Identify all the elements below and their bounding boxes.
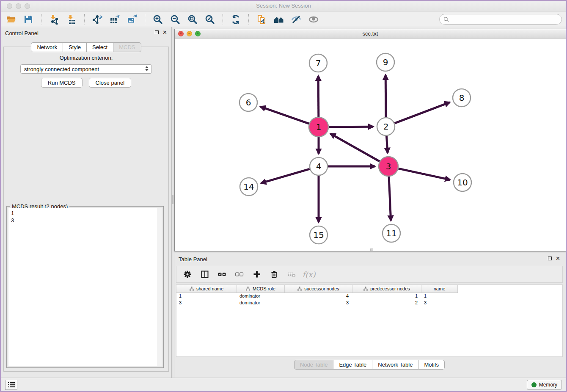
refresh-button[interactable] (230, 14, 242, 25)
memory-button[interactable]: Memory (527, 380, 562, 390)
delete-row-button[interactable] (269, 269, 279, 279)
select-all-button[interactable] (217, 269, 227, 279)
graph-edge-3-10[interactable] (398, 168, 450, 180)
splitter-grip[interactable] (172, 195, 173, 204)
show-column-button[interactable] (200, 269, 210, 279)
export-network-icon (92, 14, 102, 25)
table-cell[interactable]: dominator (237, 300, 285, 306)
main-toolbar (1, 12, 566, 27)
panel-splitter[interactable] (171, 27, 174, 378)
run-mcds-button[interactable]: Run MCDS (41, 78, 83, 88)
fx-icon: f(x) (303, 270, 316, 279)
unselect-all-button[interactable] (234, 269, 245, 279)
network-view-window: × − + scc.txt 7968124314101511 (174, 29, 566, 251)
import-network-icon (49, 14, 59, 25)
table-cell[interactable]: 1 (176, 293, 237, 300)
toolbar-separator (223, 14, 223, 25)
graph-node-label-11: 11 (386, 228, 396, 238)
tab-style[interactable]: Style (63, 42, 87, 52)
graph-edge-1-2[interactable] (329, 127, 373, 127)
mcds-result-text: 1 3 (8, 208, 162, 225)
table-cell[interactable]: 3 (285, 300, 352, 306)
network-window-titlebar[interactable]: × − + scc.txt (175, 29, 566, 39)
memory-status-icon (531, 382, 537, 387)
export-image-button[interactable] (126, 14, 138, 25)
table-cell[interactable]: dominator (237, 293, 285, 300)
optimization-criterion-label: Optimization criterion: (4, 55, 168, 61)
graph-edge-4-14[interactable] (261, 169, 310, 183)
graph-svg: 7968124314101511 (175, 39, 566, 251)
column-header-mcds-role[interactable]: MCDS role (237, 285, 285, 293)
save-floppy-icon (23, 14, 33, 25)
mcds-result-area[interactable]: 1 3 (8, 208, 162, 366)
column-header-predecessor-nodes[interactable]: predecessor nodes (352, 285, 421, 293)
zoom-in-button[interactable] (152, 14, 164, 25)
clone-network-button[interactable] (256, 14, 267, 25)
hierarchy-icon (190, 287, 194, 291)
table-cell[interactable]: 3 (421, 300, 458, 306)
network-canvas[interactable]: 7968124314101511 (175, 39, 566, 251)
optimization-criterion-select[interactable]: strongly connected component (20, 64, 152, 74)
control-panel-close-icon[interactable]: ✕ (162, 30, 167, 35)
zoom-fit-button[interactable] (187, 14, 198, 25)
save-session-button[interactable] (22, 14, 34, 25)
graph-edge-1-6[interactable] (260, 107, 309, 124)
table-cell[interactable]: 4 (285, 293, 352, 300)
graph-edge-3-1[interactable] (330, 134, 380, 162)
control-panel-float-icon[interactable] (155, 30, 159, 34)
tab-network[interactable]: Network (31, 42, 63, 52)
table-panel-float-icon[interactable] (548, 257, 552, 260)
hide-selected-button[interactable] (290, 14, 302, 25)
import-table-button[interactable] (66, 14, 77, 25)
status-list-button[interactable] (5, 380, 17, 390)
delete-table-button-disabled (286, 269, 297, 279)
table-cell[interactable]: 1 (421, 293, 458, 300)
search-field[interactable] (439, 14, 562, 25)
table-settings-button[interactable] (182, 269, 193, 279)
control-panel-title: Control Panel (5, 30, 39, 36)
add-row-button[interactable] (252, 269, 262, 279)
table-cell[interactable]: 3 (176, 300, 237, 306)
import-network-button[interactable] (48, 14, 60, 25)
graph-edge-1-7[interactable] (318, 76, 319, 117)
houses-icon (274, 14, 284, 25)
tab-edge-table[interactable]: Edge Table (333, 360, 372, 370)
first-neighbors-button[interactable] (273, 14, 285, 25)
tab-select[interactable]: Select (86, 42, 113, 52)
table-toolbar: f(x) (176, 266, 563, 283)
search-input[interactable] (451, 17, 558, 22)
zoom-selected-button[interactable] (204, 14, 216, 25)
tab-node-table[interactable]: Node Table (294, 360, 334, 370)
graph-edge-3-11[interactable] (389, 177, 391, 221)
graph-edge-2-3[interactable] (386, 136, 388, 153)
table-row-1[interactable]: 3dominator323 (176, 300, 458, 306)
graph-edge-2-9[interactable] (385, 75, 386, 117)
tab-mcds[interactable]: MCDS (113, 42, 141, 52)
import-table-icon (66, 14, 77, 25)
export-table-button[interactable] (109, 14, 121, 25)
graph-edge-2-8[interactable] (395, 102, 450, 124)
open-session-button[interactable] (5, 14, 17, 25)
canvas-resize-handle[interactable] (370, 248, 373, 251)
tab-motifs[interactable]: Motifs (418, 360, 445, 370)
column-header-shared-name[interactable]: shared name (176, 285, 237, 293)
table-panel-title: Table Panel (179, 256, 207, 262)
table-panel-close-icon[interactable]: ✕ (556, 256, 560, 261)
export-network-button[interactable] (91, 14, 103, 25)
table-cell[interactable]: 2 (352, 300, 421, 306)
zoom-out-button[interactable] (169, 14, 181, 25)
memory-label: Memory (539, 382, 557, 388)
delete-table-icon (287, 270, 296, 279)
checked-boxes-icon (218, 270, 226, 279)
close-panel-button[interactable]: Close panel (89, 78, 132, 88)
mcds-result-scrollbar[interactable] (157, 208, 162, 366)
dropdown-stepper-icon (145, 66, 149, 71)
column-header-successor-nodes[interactable]: successor nodes (285, 285, 352, 293)
table-cell[interactable]: 1 (352, 293, 421, 300)
hierarchy-icon (363, 287, 368, 291)
table-row-0[interactable]: 1dominator411 (176, 293, 458, 300)
show-all-button[interactable] (308, 14, 319, 25)
tab-network-table[interactable]: Network Table (372, 360, 418, 370)
graph-node-label-14: 14 (243, 182, 254, 192)
column-header-name[interactable]: name (421, 285, 458, 293)
